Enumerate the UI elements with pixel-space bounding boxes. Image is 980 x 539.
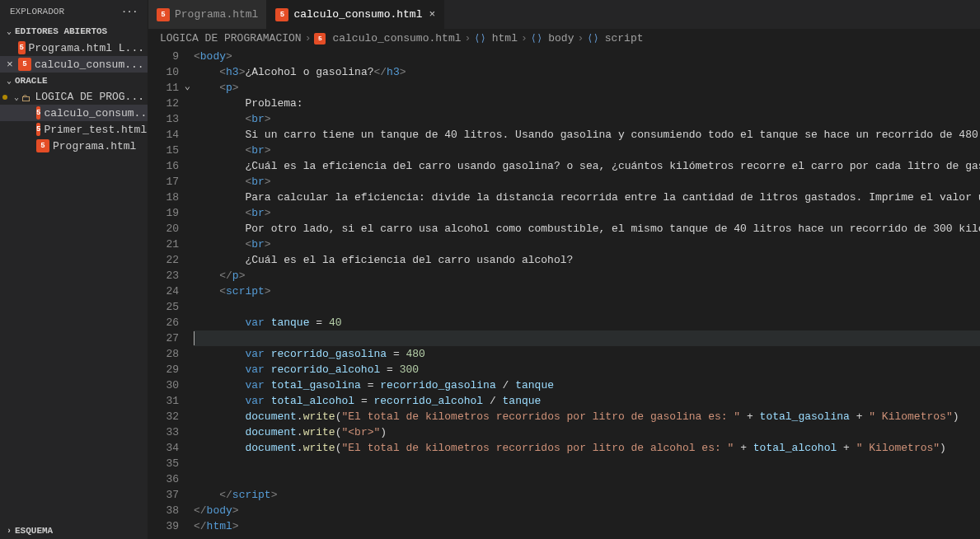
breadcrumb-file[interactable]: calculo_consumo.html xyxy=(332,32,461,45)
html-file-icon xyxy=(36,106,40,120)
chevron-down-icon: ⌄ xyxy=(3,26,15,36)
outline-header[interactable]: › ESQUEMA xyxy=(0,523,148,539)
tab-label: Programa.html xyxy=(175,8,258,21)
chevron-down-icon: ⌄ xyxy=(3,76,15,86)
chevron-right-icon: › xyxy=(305,32,312,45)
html-file-icon xyxy=(18,58,31,71)
editor-group: Programa.html calculo_consumo.html × LOG… xyxy=(148,0,980,539)
workspace-label: ORACLE xyxy=(15,76,48,86)
file-name: Programa.html xyxy=(53,140,136,152)
file-tree: ⌄ 🗀 LOGICA DE PROG... calculo_consum... … xyxy=(0,89,148,154)
explorer-title: EXPLORADOR xyxy=(10,7,64,16)
breadcrumb-root[interactable]: LOGICA DE PROGRAMACION xyxy=(160,32,302,45)
file-item[interactable]: Primer_test.html xyxy=(0,121,148,138)
html-file-icon xyxy=(36,139,49,152)
open-editors-header[interactable]: ⌄ EDITORES ABIERTOS xyxy=(0,23,148,40)
open-editor-filename: Programa.html L... xyxy=(29,42,144,54)
outline-label: ESQUEMA xyxy=(15,526,53,536)
code-content[interactable]: <body> <h3>¿Alcohol o gasolina?</h3> <p>… xyxy=(194,48,980,539)
more-icon[interactable]: ··· xyxy=(121,7,138,16)
line-number-gutter: 9101112131415161718192021222324252627282… xyxy=(148,48,194,539)
open-editor-filename: calculo_consum... xyxy=(35,59,144,71)
breadcrumbs[interactable]: LOGICA DE PROGRAMACION › calculo_consumo… xyxy=(148,29,980,48)
chevron-right-icon: › xyxy=(577,32,584,45)
close-icon[interactable]: × xyxy=(429,8,435,21)
element-icon: ⟨⟩ xyxy=(587,32,598,45)
chevron-right-icon: › xyxy=(521,32,528,45)
open-editors-label: EDITORES ABIERTOS xyxy=(15,26,107,36)
chevron-right-icon: › xyxy=(3,527,15,536)
element-icon: ⟨⟩ xyxy=(531,32,542,45)
code-editor[interactable]: 9101112131415161718192021222324252627282… xyxy=(148,48,980,539)
html-file-icon xyxy=(275,8,288,21)
breadcrumb-node[interactable]: script xyxy=(605,32,644,45)
chevron-right-icon: › xyxy=(464,32,471,45)
workspace-header[interactable]: ⌄ ORACLE xyxy=(0,73,148,89)
folder-icon: 🗀 xyxy=(21,92,31,102)
tabs-bar: Programa.html calculo_consumo.html × xyxy=(148,0,980,29)
html-file-icon xyxy=(18,41,26,54)
folder-name: LOGICA DE PROG... xyxy=(35,91,144,103)
tab-label: calculo_consumo.html xyxy=(293,8,422,21)
tab-programa[interactable]: Programa.html xyxy=(148,0,267,29)
file-item[interactable]: calculo_consum... xyxy=(0,105,148,121)
file-item[interactable]: Programa.html xyxy=(0,138,148,154)
chevron-down-icon: ⌄ xyxy=(12,92,21,102)
explorer-sidebar: EXPLORADOR ··· ⌄ EDITORES ABIERTOS Progr… xyxy=(0,0,148,539)
element-icon: ⟨⟩ xyxy=(474,32,485,45)
html-file-icon xyxy=(314,33,326,45)
folder-item[interactable]: ⌄ 🗀 LOGICA DE PROG... xyxy=(0,89,148,105)
open-editors-list: Programa.html L... × calculo_consum... xyxy=(0,40,148,73)
breadcrumb-node[interactable]: html xyxy=(492,32,518,45)
file-name: calculo_consum... xyxy=(44,107,148,120)
explorer-header: EXPLORADOR ··· xyxy=(0,0,148,23)
html-file-icon xyxy=(36,123,40,136)
open-editor-item[interactable]: Programa.html L... xyxy=(0,40,148,56)
close-icon[interactable]: × xyxy=(3,59,16,71)
git-modified-dot xyxy=(2,95,7,100)
file-name: Primer_test.html xyxy=(44,124,147,136)
tab-calculo-consumo[interactable]: calculo_consumo.html × xyxy=(267,0,444,29)
open-editor-item[interactable]: × calculo_consum... xyxy=(0,56,148,73)
html-file-icon xyxy=(157,8,170,21)
breadcrumb-node[interactable]: body xyxy=(548,32,574,45)
